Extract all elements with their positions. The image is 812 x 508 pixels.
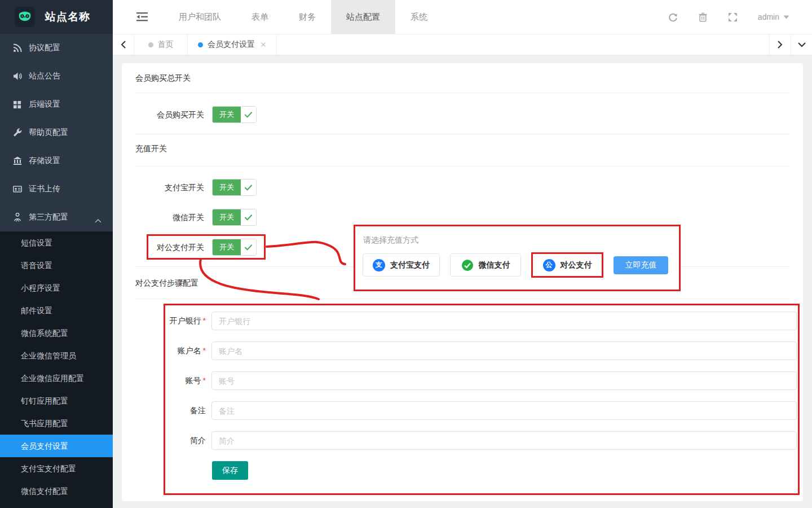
divider bbox=[135, 299, 789, 299]
person-icon bbox=[12, 213, 22, 222]
nav-users-teams[interactable]: 用户和团队 bbox=[164, 0, 236, 34]
header: 站点名称 用户和团队 表单 财务 站点配置 系统 bbox=[0, 0, 812, 34]
field-label: 备注 bbox=[122, 401, 206, 420]
sidebar-item-help-page-config[interactable]: 帮助页配置 bbox=[0, 119, 113, 147]
sidebar-item-label: 站点公告 bbox=[29, 71, 60, 81]
owl-logo-icon bbox=[17, 10, 32, 24]
wechat-toggle[interactable]: 开关 bbox=[212, 209, 257, 226]
save-button[interactable]: 保存 bbox=[212, 461, 248, 480]
sidebar-toggle-icon[interactable] bbox=[136, 12, 148, 21]
intro-input[interactable] bbox=[211, 431, 797, 450]
submenu-item-wechat-pay-config[interactable]: 微信支付配置 bbox=[0, 480, 113, 502]
submenu-item-email[interactable]: 邮件设置 bbox=[0, 299, 113, 322]
top-nav: 用户和团队 表单 财务 站点配置 系统 bbox=[164, 0, 443, 34]
chevron-up-icon bbox=[95, 216, 102, 225]
user-menu[interactable]: admin bbox=[758, 12, 789, 21]
sidebar-item-protocol-config[interactable]: 协议配置 bbox=[0, 34, 113, 62]
field-label: 账号* bbox=[122, 371, 206, 390]
submenu-item-feishu-app[interactable]: 飞书应用配置 bbox=[0, 412, 113, 435]
alipay-icon: 支 bbox=[373, 259, 385, 271]
site-logo[interactable] bbox=[15, 7, 35, 27]
brand-area: 站点名称 bbox=[0, 0, 113, 34]
recharge-now-button[interactable]: 立即充值 bbox=[614, 256, 668, 274]
corporate-method-button[interactable]: 公 对公支付 bbox=[531, 252, 603, 278]
wrench-icon bbox=[12, 128, 22, 138]
account-number-input[interactable] bbox=[211, 371, 797, 390]
submenu-item-wechat-system[interactable]: 微信系统配置 bbox=[0, 322, 113, 344]
sidebar-item-label: 第三方配置 bbox=[29, 212, 68, 222]
sidebar-item-storage-settings[interactable]: 存储设置 bbox=[0, 147, 113, 175]
tab-label: 会员支付设置 bbox=[208, 40, 255, 50]
tab-close-icon[interactable] bbox=[261, 42, 266, 47]
required-asterisk: * bbox=[203, 346, 206, 355]
submenu-item-sms[interactable]: 短信设置 bbox=[0, 231, 113, 254]
toggle-label: 对公支付开关 bbox=[122, 239, 204, 256]
tabs-scroll-right-icon[interactable] bbox=[769, 34, 791, 55]
required-asterisk: * bbox=[203, 316, 206, 325]
check-icon bbox=[241, 107, 256, 122]
tabs-scroll-left-icon[interactable] bbox=[113, 34, 134, 55]
required-asterisk: * bbox=[203, 376, 206, 385]
section-title-recharge-switch: 充值开关 bbox=[135, 144, 167, 154]
tab-member-payment[interactable]: 会员支付设置 bbox=[188, 34, 277, 55]
tab-spacer bbox=[277, 34, 769, 55]
divider bbox=[135, 93, 789, 93]
tab-home[interactable]: 首页 bbox=[134, 34, 188, 55]
toggle-label: 微信开关 bbox=[122, 209, 204, 226]
app-window: 站点名称 用户和团队 表单 财务 站点配置 系统 bbox=[0, 0, 812, 508]
trash-icon[interactable] bbox=[698, 12, 708, 22]
caret-down-icon bbox=[783, 15, 789, 19]
toggle-on-segment: 开关 bbox=[213, 179, 241, 195]
speaker-icon bbox=[12, 72, 22, 81]
tab-bar: 首页 会员支付设置 bbox=[113, 34, 812, 55]
check-icon bbox=[241, 239, 256, 255]
remark-input[interactable] bbox=[211, 401, 797, 420]
submenu-item-dingtalk-app[interactable]: 钉钉应用配置 bbox=[0, 389, 113, 412]
divider bbox=[135, 134, 789, 134]
submenu-item-alipay-config[interactable]: 支付宝支付配置 bbox=[0, 457, 113, 480]
username: admin bbox=[758, 12, 779, 21]
toggle-on-segment: 开关 bbox=[213, 239, 241, 255]
alipay-toggle[interactable]: 开关 bbox=[212, 179, 257, 196]
nav-forms[interactable]: 表单 bbox=[236, 0, 284, 34]
tabs-menu-icon[interactable] bbox=[791, 34, 812, 55]
header-actions: admin bbox=[668, 0, 789, 34]
toggle-on-segment: 开关 bbox=[213, 107, 241, 122]
section-title-corporate-steps: 对公支付步骤配置 bbox=[135, 278, 198, 288]
recharge-method-panel: 请选择充值方式 支 支付宝支付 微信支付 公 对公支付 立即充值 bbox=[354, 225, 681, 291]
submenu-item-voice[interactable]: 语音设置 bbox=[0, 254, 113, 277]
field-label: 开户银行* bbox=[122, 312, 206, 330]
nav-finance[interactable]: 财务 bbox=[284, 0, 331, 34]
sidebar-item-label: 帮助页配置 bbox=[29, 128, 68, 138]
nav-system[interactable]: 系统 bbox=[395, 0, 443, 34]
bank-icon bbox=[12, 156, 22, 166]
section-title-member-purchase: 会员购买总开关 bbox=[135, 73, 191, 84]
submenu-item-wecom-app[interactable]: 企业微信应用配置 bbox=[0, 367, 113, 389]
submenu-item-wecom-admin[interactable]: 企业微信管理员 bbox=[0, 344, 113, 367]
sidebar: 协议配置 站点公告 后端设置 帮助页配置 存储设置 bbox=[0, 34, 113, 508]
wechat-method-button[interactable]: 微信支付 bbox=[450, 253, 521, 277]
fullscreen-icon[interactable] bbox=[728, 12, 738, 22]
submenu-item-member-payment[interactable]: 会员支付设置 bbox=[0, 435, 113, 457]
sidebar-item-site-announcement[interactable]: 站点公告 bbox=[0, 62, 113, 90]
field-label: 简介 bbox=[122, 431, 206, 450]
toggle-label: 会员购买开关 bbox=[122, 106, 204, 123]
bank-input[interactable] bbox=[211, 312, 797, 330]
tab-dot bbox=[148, 42, 153, 47]
sidebar-item-label: 证书上传 bbox=[29, 184, 60, 194]
sidebar-item-third-party-config[interactable]: 第三方配置 bbox=[0, 203, 113, 231]
sidebar-item-certificate-upload[interactable]: 证书上传 bbox=[0, 175, 113, 203]
member-purchase-toggle[interactable]: 开关 bbox=[212, 106, 257, 123]
corporate-pay-toggle[interactable]: 开关 bbox=[212, 239, 257, 256]
nav-site-config[interactable]: 站点配置 bbox=[331, 0, 395, 34]
check-icon bbox=[241, 209, 256, 225]
account-name-input[interactable] bbox=[211, 341, 797, 360]
field-label: 账户名* bbox=[122, 341, 206, 360]
toggle-on-segment: 开关 bbox=[213, 209, 241, 225]
alipay-method-button[interactable]: 支 支付宝支付 bbox=[363, 253, 440, 277]
corporate-pay-icon: 公 bbox=[543, 259, 555, 271]
refresh-icon[interactable] bbox=[668, 12, 678, 22]
sidebar-item-backend-settings[interactable]: 后端设置 bbox=[0, 90, 113, 119]
grid-icon bbox=[12, 100, 22, 110]
submenu-item-miniprogram[interactable]: 小程序设置 bbox=[0, 277, 113, 299]
